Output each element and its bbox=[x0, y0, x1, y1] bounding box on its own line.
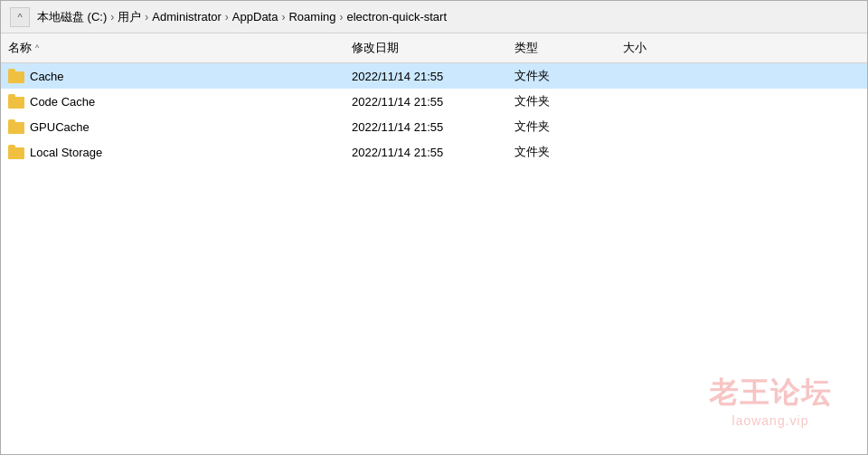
file-name-cell: GPUCache bbox=[1, 117, 344, 137]
file-list: Cache 2022/11/14 21:55 文件夹 Code Cache bbox=[1, 63, 867, 454]
column-headers: 名称 ^ 修改日期 类型 大小 bbox=[1, 33, 867, 63]
content-area: 名称 ^ 修改日期 类型 大小 Cache 2022/11/1 bbox=[1, 33, 867, 454]
file-size-cell bbox=[616, 73, 706, 79]
file-size-cell bbox=[616, 99, 706, 104]
file-type: 文件夹 bbox=[514, 68, 550, 84]
file-size-cell bbox=[616, 149, 706, 155]
file-name: Local Storage bbox=[30, 146, 102, 159]
file-name: Code Cache bbox=[30, 95, 95, 109]
file-modified: 2022/11/14 21:55 bbox=[352, 120, 443, 134]
col-size-label: 大小 bbox=[623, 40, 646, 56]
breadcrumb-item-4[interactable]: Roaming bbox=[288, 10, 335, 24]
col-header-name[interactable]: 名称 ^ bbox=[1, 37, 344, 59]
file-explorer-window: ^ 本地磁盘 (C:) › 用户 › Administrator › AppDa… bbox=[0, 0, 868, 455]
file-type-cell: 文件夹 bbox=[507, 116, 616, 137]
up-arrow-button[interactable]: ^ bbox=[10, 7, 30, 27]
breadcrumb-item-2[interactable]: Administrator bbox=[152, 10, 222, 24]
file-name: GPUCache bbox=[30, 120, 90, 134]
folder-icon bbox=[8, 119, 24, 134]
col-header-size[interactable]: 大小 bbox=[616, 37, 706, 59]
file-name: Cache bbox=[30, 70, 64, 83]
col-header-type[interactable]: 类型 bbox=[507, 37, 616, 59]
file-modified: 2022/11/14 21:55 bbox=[352, 70, 443, 83]
file-modified: 2022/11/14 21:55 bbox=[352, 95, 443, 109]
folder-icon bbox=[8, 145, 24, 159]
col-header-modified[interactable]: 修改日期 bbox=[344, 37, 507, 59]
folder-icon bbox=[8, 94, 24, 109]
folder-icon bbox=[8, 69, 24, 83]
file-type-cell: 文件夹 bbox=[507, 141, 616, 163]
col-name-label: 名称 bbox=[8, 40, 32, 56]
file-name-cell: Local Storage bbox=[1, 142, 344, 162]
breadcrumb-item-1[interactable]: 用户 bbox=[118, 9, 141, 25]
breadcrumb-sep-2: › bbox=[225, 11, 229, 24]
file-modified-cell: 2022/11/14 21:55 bbox=[344, 92, 507, 111]
file-modified-cell: 2022/11/14 21:55 bbox=[344, 67, 507, 86]
file-name-cell: Cache bbox=[1, 66, 344, 86]
file-type: 文件夹 bbox=[514, 144, 550, 160]
file-modified: 2022/11/14 21:55 bbox=[352, 146, 443, 159]
breadcrumb-item-0[interactable]: 本地磁盘 (C:) bbox=[37, 9, 107, 25]
file-type: 文件夹 bbox=[514, 118, 550, 135]
breadcrumb-sep-4: › bbox=[339, 11, 343, 24]
file-name-cell: Code Cache bbox=[1, 91, 344, 111]
col-modified-label: 修改日期 bbox=[352, 40, 399, 56]
table-row[interactable]: Local Storage 2022/11/14 21:55 文件夹 bbox=[1, 139, 867, 165]
sort-arrow-icon: ^ bbox=[35, 43, 39, 52]
breadcrumb-sep-3: › bbox=[281, 11, 285, 24]
breadcrumb-item-5[interactable]: electron-quick-start bbox=[346, 10, 447, 24]
col-type-label: 类型 bbox=[514, 40, 538, 56]
table-row[interactable]: Code Cache 2022/11/14 21:55 文件夹 bbox=[1, 89, 867, 114]
file-size-cell bbox=[616, 124, 706, 129]
file-modified-cell: 2022/11/14 21:55 bbox=[344, 143, 507, 162]
file-type-cell: 文件夹 bbox=[507, 90, 616, 112]
file-type: 文件夹 bbox=[514, 93, 550, 109]
file-modified-cell: 2022/11/14 21:55 bbox=[344, 118, 507, 137]
breadcrumb-sep-0: › bbox=[110, 11, 114, 24]
breadcrumb-path: 本地磁盘 (C:) › 用户 › Administrator › AppData… bbox=[37, 9, 858, 25]
breadcrumb-sep-1: › bbox=[145, 11, 148, 24]
table-row[interactable]: Cache 2022/11/14 21:55 文件夹 bbox=[1, 63, 867, 89]
table-row[interactable]: GPUCache 2022/11/14 21:55 文件夹 bbox=[1, 114, 867, 139]
breadcrumb-bar: ^ 本地磁盘 (C:) › 用户 › Administrator › AppDa… bbox=[1, 1, 867, 33]
file-type-cell: 文件夹 bbox=[507, 65, 616, 87]
breadcrumb-item-3[interactable]: AppData bbox=[232, 10, 278, 24]
